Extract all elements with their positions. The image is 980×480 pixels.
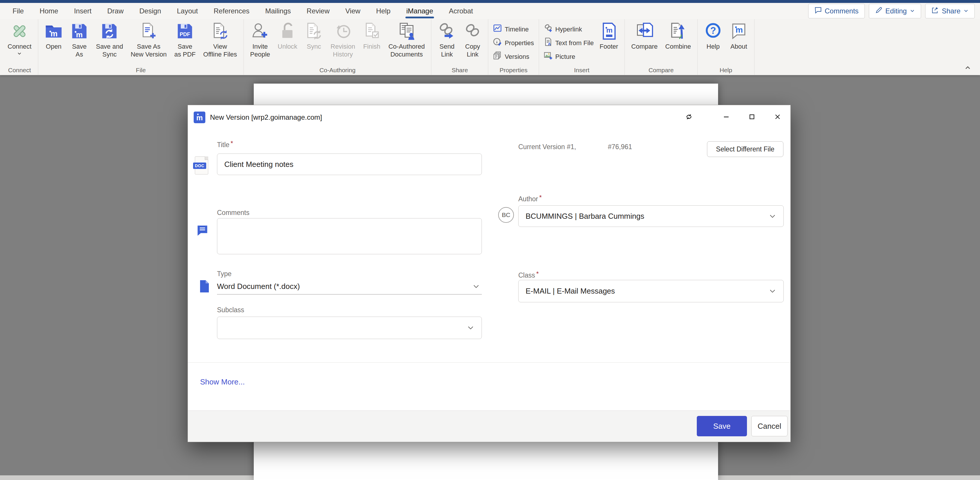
save-button[interactable]: Save [697, 416, 747, 436]
ribbon-group-connect: ConnectConnect [1, 19, 38, 75]
ribbon-button-combine[interactable]: Combine [662, 20, 694, 51]
doc-file-icon: DOC [195, 157, 208, 174]
ribbon-button-open[interactable]: mOpen [41, 20, 66, 51]
ribbon-button-send-link[interactable]: SendLink [434, 20, 460, 59]
chevron-down-icon [472, 282, 480, 290]
doc-text-a-icon: A [544, 37, 553, 46]
menu-bar: FileHomeInsertDrawDesignLayoutReferences… [0, 3, 980, 19]
ribbon-button-label: Combine [665, 43, 691, 51]
comments-field-label: Comments [217, 209, 250, 217]
menu-tab-home[interactable]: Home [32, 3, 66, 19]
ribbon-button-invite-people[interactable]: InvitePeople [247, 20, 274, 59]
word-window: FileHomeInsertDrawDesignLayoutReferences… [0, 0, 980, 480]
ribbon-button-about[interactable]: mAbout [726, 20, 751, 51]
word-document-icon [199, 280, 209, 293]
ribbon-button-save-as-pdf[interactable]: PDFSaveas PDF [171, 20, 199, 59]
menu-tab-acrobat[interactable]: Acrobat [441, 3, 481, 19]
close-button[interactable] [765, 105, 791, 130]
ribbon-group-label: Connect [1, 67, 38, 74]
ribbon-button-picture[interactable]: Picture [542, 50, 577, 61]
ribbon-group-label: Help [698, 67, 754, 74]
ribbon-button-save-as-new-version[interactable]: Save AsNew Version [127, 20, 170, 59]
class-dropdown[interactable]: E-MAIL | E-Mail Messages [518, 280, 784, 303]
ribbon-button-footer[interactable]: mFooter [596, 20, 622, 51]
menu-tab-insert[interactable]: Insert [66, 3, 99, 19]
ribbon-button-compare[interactable]: Compare [628, 20, 661, 51]
svg-text:m: m [76, 30, 83, 39]
ribbon-group-share: SendLinkCopyLinkShare [431, 19, 488, 75]
editing-mode-button[interactable]: Editing [869, 4, 921, 18]
maximize-button[interactable] [739, 105, 765, 130]
show-more-link[interactable]: Show More... [200, 377, 245, 387]
ribbon-button-co-authored-documents[interactable]: Co-AuthoredDocuments [385, 20, 428, 59]
chevron-down-icon [910, 7, 915, 15]
collapse-ribbon-button[interactable] [964, 64, 971, 73]
ribbon-button-versions[interactable]: Versions [491, 50, 531, 61]
author-field-label: Author* [518, 194, 542, 203]
maximize-icon [747, 112, 757, 123]
ribbon-button-text-from-file[interactable]: AText from File [542, 36, 596, 47]
ribbon-button-label: CopyLink [465, 43, 480, 58]
picture-plus-icon [544, 51, 553, 60]
minimize-button[interactable] [713, 105, 739, 130]
ribbon-button-label: Sync [307, 43, 321, 51]
type-value: Word Document (*.docx) [217, 282, 300, 291]
imanage-save-sync-icon [100, 22, 118, 40]
title-input[interactable] [217, 154, 482, 175]
cancel-button[interactable]: Cancel [751, 416, 788, 436]
ribbon-button-hyperlink[interactable]: Hyperlink [542, 23, 584, 33]
comments-textarea[interactable] [217, 218, 482, 254]
menu-tab-help[interactable]: Help [368, 3, 398, 19]
ribbon-button-label: Footer [600, 43, 618, 51]
subclass-dropdown[interactable] [217, 317, 482, 339]
ribbon-button-view-offline-files[interactable]: ViewOffline Files [200, 20, 240, 59]
about-bubble-icon: m [730, 22, 748, 40]
svg-text:m: m [606, 26, 612, 34]
refresh-button[interactable] [676, 105, 702, 130]
ribbon-button-timeline[interactable]: Timeline [491, 23, 530, 33]
menu-tab-draw[interactable]: Draw [99, 3, 132, 19]
ribbon-button-label: Connect [8, 43, 32, 51]
chevron-down-icon [17, 51, 22, 57]
ribbon-group-label: Share [431, 67, 488, 74]
ribbon-button-connect[interactable]: Connect [4, 20, 35, 58]
menu-tab-layout[interactable]: Layout [169, 3, 205, 19]
refresh-icon [684, 112, 694, 123]
select-different-file-button[interactable]: Select Different File [707, 141, 783, 157]
menu-tab-view[interactable]: View [337, 3, 368, 19]
current-version-label: Current Version #1, [518, 143, 576, 151]
menu-tab-references[interactable]: References [206, 3, 258, 19]
ribbon-group-help: ?HelpmAboutHelp [698, 19, 754, 75]
ribbon-group-co-authoring: InvitePeopleUnlockSyncRevisionHistoryFin… [244, 19, 432, 75]
menu-tab-review[interactable]: Review [299, 3, 337, 19]
author-dropdown[interactable]: BCUMMINGS | Barbara Cummings [518, 205, 784, 227]
ribbon-group-label: Insert [539, 67, 625, 74]
person-plus-icon [251, 22, 269, 40]
comments-button[interactable]: Comments [808, 4, 865, 18]
menu-tab-imanage[interactable]: iManage [398, 3, 441, 19]
menu-tab-design[interactable]: Design [132, 3, 169, 19]
ribbon-button-help[interactable]: ?Help [701, 20, 725, 51]
link-plus-icon [544, 24, 553, 33]
ribbon-button-save-and-sync[interactable]: Save andSync [92, 20, 127, 59]
menu-tab-file[interactable]: File [5, 3, 32, 19]
titlebar-accent [0, 0, 980, 3]
author-avatar: BC [498, 207, 514, 223]
ribbon-button-save-as[interactable]: mSaveAs [67, 20, 92, 59]
menu-tab-mailings[interactable]: Mailings [257, 3, 299, 19]
imanage-open-icon: m [45, 22, 63, 40]
share-button[interactable]: Share [925, 4, 975, 18]
type-dropdown[interactable]: Word Document (*.docx) [217, 279, 482, 295]
chevron-down-icon [768, 212, 776, 220]
comment-icon [196, 224, 209, 236]
ribbon-button-label: Saveas PDF [174, 43, 196, 58]
unlock-icon [278, 22, 297, 40]
dialog-titlebar[interactable]: m New Version [wrp2.goimanage.com] [188, 105, 791, 130]
doc-badge: DOC [193, 163, 206, 169]
ribbon-button-properties[interactable]: Properties [491, 36, 536, 47]
doc-check-icon [363, 22, 381, 40]
ribbon-button-copy-link[interactable]: CopyLink [460, 20, 485, 59]
share-icon [931, 6, 939, 16]
info-circle-icon [493, 37, 502, 46]
new-version-dialog: m New Version [wrp2.goimanage.com] Title… [188, 105, 791, 442]
